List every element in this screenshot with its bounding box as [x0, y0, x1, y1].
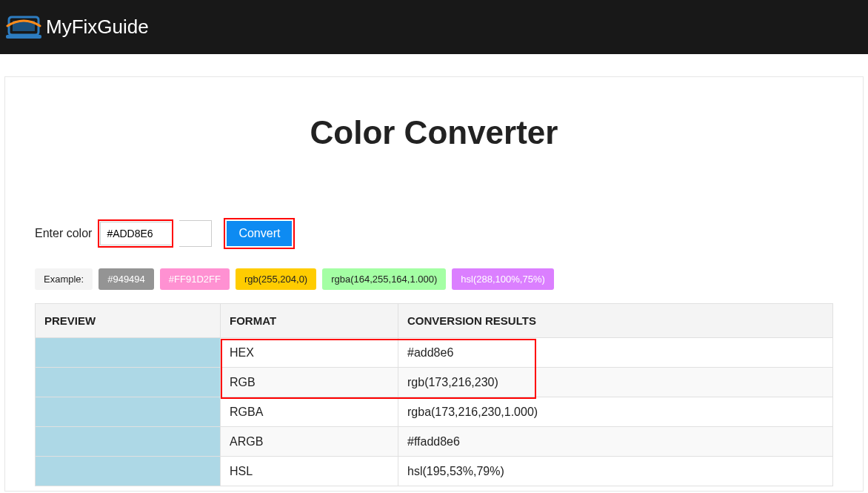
table-row: RGBA rgba(173,216,230,1.000)	[36, 397, 833, 427]
example-chip-hex1[interactable]: #949494	[99, 268, 154, 290]
preview-swatch	[36, 368, 221, 397]
result-cell: hsl(195,53%,79%)	[398, 457, 833, 486]
content-card: Color Converter Enter color Convert Exam…	[4, 76, 864, 492]
input-label: Enter color	[35, 227, 92, 240]
format-cell: ARGB	[221, 427, 398, 457]
result-cell: rgb(173,216,230)	[398, 368, 833, 397]
preview-swatch	[36, 427, 221, 457]
header-format: FORMAT	[221, 304, 398, 338]
format-cell: HEX	[221, 338, 398, 368]
laptop-icon	[6, 14, 41, 41]
result-cell: #ffadd8e6	[398, 427, 833, 457]
input-row: Enter color Convert	[35, 218, 833, 249]
table-row: HSL hsl(195,53%,79%)	[36, 457, 833, 486]
header-preview: PREVIEW	[36, 304, 221, 338]
example-chip-hex2[interactable]: #FF91D2FF	[160, 268, 230, 290]
format-cell: RGB	[221, 368, 398, 397]
table-row: HEX #add8e6	[36, 338, 833, 368]
examples-row: Example: #949494 #FF91D2FF rgb(255,204,0…	[35, 268, 833, 290]
preview-swatch	[36, 397, 221, 427]
color-input[interactable]	[100, 222, 171, 245]
header-results: CONVERSION RESULTS	[398, 304, 833, 338]
preview-swatch	[36, 457, 221, 486]
page-title: Color Converter	[35, 114, 833, 151]
example-chip-rgb[interactable]: rgb(255,204,0)	[236, 268, 316, 290]
color-input-extension	[179, 220, 212, 247]
example-label: Example:	[35, 268, 93, 290]
app-header: MyFixGuide	[0, 0, 868, 54]
convert-button[interactable]: Convert	[227, 221, 292, 246]
svg-rect-1	[6, 35, 41, 39]
example-chip-rgba[interactable]: rgba(164,255,164,1.000)	[322, 268, 446, 290]
result-cell: #add8e6	[398, 338, 833, 368]
format-cell: RGBA	[221, 397, 398, 427]
brand-name: MyFixGuide	[46, 16, 149, 39]
example-chip-hsl[interactable]: hsl(288,100%,75%)	[452, 268, 553, 290]
convert-button-highlight: Convert	[224, 218, 295, 249]
format-cell: HSL	[221, 457, 398, 486]
result-cell: rgba(173,216,230,1.000)	[398, 397, 833, 427]
preview-swatch	[36, 338, 221, 368]
table-row: ARGB #ffadd8e6	[36, 427, 833, 457]
color-input-highlight	[98, 219, 173, 248]
results-table: PREVIEW FORMAT CONVERSION RESULTS HEX #a…	[35, 303, 833, 486]
table-row: RGB rgb(173,216,230)	[36, 368, 833, 397]
brand-logo[interactable]: MyFixGuide	[6, 14, 149, 41]
